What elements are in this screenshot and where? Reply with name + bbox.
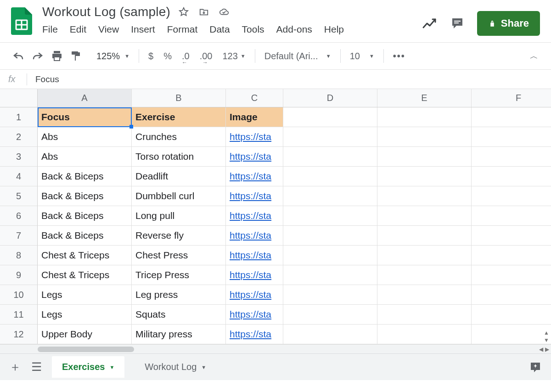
cell[interactable] [283, 265, 377, 285]
col-header-C[interactable]: C [226, 89, 283, 107]
cell[interactable] [377, 265, 472, 285]
cell[interactable]: Exercise [132, 107, 226, 127]
cell[interactable]: Back & Biceps [38, 167, 132, 186]
cell[interactable] [283, 285, 377, 305]
row-header[interactable]: 6 [0, 206, 38, 226]
image-link[interactable]: https://sta [230, 289, 271, 300]
cell[interactable]: https://sta [226, 206, 283, 226]
cell[interactable] [283, 305, 377, 325]
row-header[interactable]: 7 [0, 226, 38, 246]
cell[interactable] [472, 325, 551, 344]
horizontal-scroll-thumb[interactable] [38, 347, 134, 352]
image-link[interactable]: https://sta [230, 151, 271, 162]
col-header-F[interactable]: F [472, 89, 551, 107]
formula-value[interactable]: Focus [35, 74, 59, 84]
cell[interactable] [283, 167, 377, 186]
add-sheet-icon[interactable]: ＋ [9, 359, 21, 375]
cell[interactable]: Military press [132, 325, 226, 344]
cell[interactable]: https://sta [226, 147, 283, 167]
cell[interactable] [377, 285, 472, 305]
cell[interactable]: https://sta [226, 285, 283, 305]
cell[interactable]: https://sta [226, 186, 283, 206]
explore-icon[interactable] [529, 361, 542, 374]
cell[interactable]: https://sta [226, 226, 283, 246]
all-sheets-icon[interactable]: ☰ [31, 360, 42, 374]
sheets-logo-icon[interactable] [10, 6, 33, 36]
image-link[interactable]: https://sta [230, 131, 271, 142]
row-header[interactable]: 4 [0, 167, 38, 186]
collapse-toolbar-icon[interactable]: ︿ [530, 50, 538, 62]
share-button[interactable]: Share [477, 11, 540, 36]
cell[interactable] [283, 127, 377, 147]
menu-format[interactable]: Format [167, 24, 198, 35]
cell[interactable]: Dumbbell curl [132, 186, 226, 206]
row-header[interactable]: 3 [0, 147, 38, 167]
tab-workout-log[interactable]: Workout Log ▼ [135, 356, 216, 378]
cell[interactable]: https://sta [226, 325, 283, 344]
cell[interactable] [377, 186, 472, 206]
star-icon[interactable] [179, 7, 189, 17]
image-link[interactable]: https://sta [230, 269, 271, 280]
cell[interactable] [283, 206, 377, 226]
col-header-E[interactable]: E [377, 89, 472, 107]
col-header-D[interactable]: D [283, 89, 377, 107]
cell[interactable] [283, 246, 377, 265]
cell[interactable]: Leg press [132, 285, 226, 305]
cell[interactable] [472, 285, 551, 305]
cell[interactable] [377, 147, 472, 167]
cell[interactable]: https://sta [226, 305, 283, 325]
cell[interactable] [283, 226, 377, 246]
cell[interactable]: https://sta [226, 167, 283, 186]
cell[interactable] [377, 107, 472, 127]
cell[interactable] [283, 186, 377, 206]
cell[interactable]: Legs [38, 305, 132, 325]
cell[interactable] [377, 127, 472, 147]
menu-tools[interactable]: Tools [242, 24, 264, 35]
col-header-B[interactable]: B [132, 89, 226, 107]
cloud-status-icon[interactable] [219, 7, 229, 17]
cell[interactable] [377, 246, 472, 265]
font-size-select[interactable]: 10 ▼ [350, 51, 374, 62]
cell[interactable]: Focus [38, 107, 132, 127]
print-icon[interactable] [51, 51, 62, 61]
menu-help[interactable]: Help [324, 24, 344, 35]
cell[interactable] [283, 325, 377, 344]
cell[interactable]: Abs [38, 127, 132, 147]
cell[interactable]: Back & Biceps [38, 186, 132, 206]
menu-addons[interactable]: Add-ons [276, 24, 312, 35]
cell[interactable] [472, 186, 551, 206]
currency-format-button[interactable]: $ [148, 51, 153, 62]
cell[interactable] [377, 206, 472, 226]
comments-icon[interactable] [450, 17, 464, 30]
cell[interactable]: Image [226, 107, 283, 127]
cell[interactable]: Legs [38, 285, 132, 305]
cell[interactable] [472, 246, 551, 265]
activity-trend-icon[interactable] [422, 17, 438, 29]
cell[interactable]: Long pull [132, 206, 226, 226]
image-link[interactable]: https://sta [230, 309, 271, 320]
image-link[interactable]: https://sta [230, 230, 271, 241]
cell[interactable] [283, 147, 377, 167]
image-link[interactable]: https://sta [230, 190, 271, 202]
cell[interactable]: Squats [132, 305, 226, 325]
col-header-A[interactable]: A [38, 89, 132, 107]
cell[interactable]: Reverse fly [132, 226, 226, 246]
cell[interactable]: Chest Press [132, 246, 226, 265]
image-link[interactable]: https://sta [230, 329, 271, 340]
horizontal-scrollbar[interactable]: ◀▶ [0, 344, 551, 353]
row-header[interactable]: 12 [0, 325, 38, 344]
row-header[interactable]: 11 [0, 305, 38, 325]
row-header[interactable]: 10 [0, 285, 38, 305]
cell[interactable]: https://sta [226, 265, 283, 285]
undo-icon[interactable] [13, 51, 24, 61]
cell[interactable] [472, 305, 551, 325]
formula-bar[interactable]: fx Focus [0, 70, 551, 89]
cell[interactable]: Deadlift [132, 167, 226, 186]
cell[interactable]: Tricep Press [132, 265, 226, 285]
font-select[interactable]: Default (Ari... ▼ [264, 51, 331, 62]
cell[interactable]: Back & Biceps [38, 226, 132, 246]
zoom-select[interactable]: 125% ▼ [96, 51, 129, 62]
cell[interactable]: https://sta [226, 246, 283, 265]
cell[interactable]: Abs [38, 147, 132, 167]
cell[interactable] [472, 107, 551, 127]
